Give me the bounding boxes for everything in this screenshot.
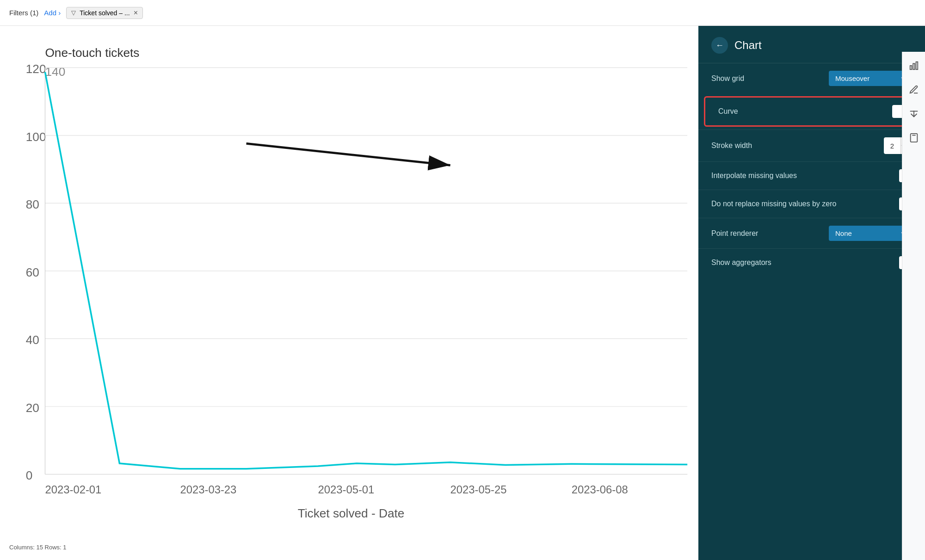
chart-footer: Columns: 15 Rows: 1 [9, 544, 67, 551]
svg-text:2023-03-23: 2023-03-23 [180, 484, 237, 496]
calculator-icon[interactable] [906, 129, 922, 146]
svg-text:120: 120 [26, 62, 46, 76]
back-button[interactable]: ← [711, 37, 728, 54]
chip-label: Ticket solved – ... [80, 9, 130, 17]
panel-header: ← Chart [698, 26, 925, 63]
interpolate-label: Interpolate missing values [711, 172, 797, 180]
no-replace-row: Do not replace missing values by zero [698, 190, 925, 218]
no-replace-label: Do not replace missing values by zero [711, 200, 836, 208]
show-grid-dropdown[interactable]: Mouseover ▼ [829, 71, 912, 86]
show-grid-value: Mouseover [835, 74, 870, 82]
svg-text:Ticket solved - Date: Ticket solved - Date [298, 506, 405, 520]
svg-text:40: 40 [26, 333, 39, 347]
point-renderer-dropdown[interactable]: None ▼ [829, 226, 912, 241]
svg-text:80: 80 [26, 197, 39, 211]
curve-label: Curve [718, 107, 738, 116]
chart-area: 0 20 40 60 80 100 120 One-touch tickets … [0, 26, 698, 560]
curve-row: Curve [705, 98, 918, 125]
stroke-width-row: Stroke width 2 ▲ ▼ [698, 129, 925, 161]
sort-icon[interactable] [906, 105, 922, 122]
show-grid-row: Show grid Mouseover ▼ [698, 63, 925, 93]
point-renderer-label: Point renderer [711, 229, 758, 238]
add-filter-link[interactable]: Add › [44, 9, 61, 17]
svg-text:2023-06-08: 2023-06-08 [572, 484, 628, 496]
chart-svg: 0 20 40 60 80 100 120 One-touch tickets … [9, 35, 698, 523]
interpolate-row: Interpolate missing values [698, 161, 925, 190]
svg-line-24 [247, 143, 450, 165]
filters-label: Filters (1) [9, 9, 38, 17]
svg-text:100: 100 [26, 130, 46, 144]
icon-sidebar [902, 52, 925, 560]
svg-text:60: 60 [26, 265, 39, 279]
filter-chip[interactable]: ▽ Ticket solved – ... × [66, 7, 143, 19]
svg-text:2023-05-25: 2023-05-25 [450, 484, 507, 496]
show-aggregators-row: Show aggregators [698, 248, 925, 277]
svg-text:20: 20 [26, 401, 39, 415]
panel-title: Chart [734, 39, 762, 52]
svg-text:140: 140 [45, 65, 65, 79]
show-aggregators-label: Show aggregators [711, 258, 771, 267]
main-content: 0 20 40 60 80 100 120 One-touch tickets … [0, 26, 925, 560]
svg-rect-28 [916, 62, 918, 70]
chip-close-button[interactable]: × [134, 9, 138, 17]
right-panel: ← Chart Show grid Mouseover ▼ Curve Stro… [698, 26, 925, 560]
curve-row-container: Curve [704, 96, 919, 127]
chart-bar-icon[interactable] [906, 57, 922, 74]
show-grid-label: Show grid [711, 74, 744, 83]
pencil-icon[interactable] [906, 81, 922, 98]
svg-text:0: 0 [26, 468, 33, 482]
filter-bar: Filters (1) Add › ▽ Ticket solved – ... … [0, 0, 925, 26]
stroke-width-label: Stroke width [711, 142, 752, 150]
svg-text:One-touch tickets: One-touch tickets [45, 46, 139, 60]
svg-rect-27 [913, 63, 915, 69]
filter-icon: ▽ [71, 9, 76, 16]
stroke-width-value: 2 [884, 140, 900, 152]
chart-svg-container: 0 20 40 60 80 100 120 One-touch tickets … [9, 35, 698, 523]
point-renderer-row: Point renderer None ▼ [698, 218, 925, 248]
point-renderer-value: None [835, 229, 852, 237]
svg-text:2023-02-01: 2023-02-01 [45, 484, 101, 496]
svg-rect-26 [910, 66, 912, 69]
svg-text:2023-05-01: 2023-05-01 [318, 484, 375, 496]
